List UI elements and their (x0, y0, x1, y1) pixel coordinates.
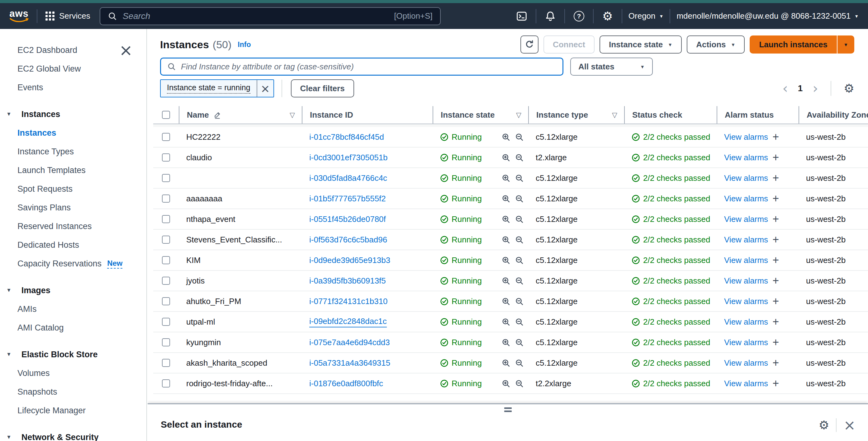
row-checkbox[interactable] (162, 154, 170, 162)
row-checkbox[interactable] (162, 236, 170, 244)
sidebar-item[interactable]: AMI Catalog (0, 318, 146, 337)
sidebar-item[interactable]: Instance Types (0, 142, 146, 161)
zoom-out-icon[interactable] (515, 174, 524, 183)
instance-id-link[interactable]: i-0771f324131c1b310 (309, 297, 388, 306)
sidebar-item[interactable]: Spot Requests (0, 179, 146, 198)
row-checkbox[interactable] (162, 133, 170, 141)
add-alarm-plus-icon[interactable]: + (772, 337, 779, 348)
sidebar-item[interactable]: AMIs (0, 300, 146, 318)
sidebar-section-header[interactable]: ▼ Network & Security (0, 428, 146, 441)
zoom-out-icon[interactable] (515, 256, 524, 265)
column-header-availability-zone[interactable]: Availability Zone (799, 106, 868, 124)
instance-id-link[interactable]: i-0551f45b26de0780f (309, 214, 386, 224)
zoom-in-icon[interactable] (501, 276, 510, 285)
zoom-in-icon[interactable] (501, 338, 510, 347)
instance-id-link[interactable]: i-0cd3001ef7305051b (309, 153, 388, 163)
instance-id-link[interactable]: i-01cc78bcf846cf45d (309, 132, 384, 142)
instance-id-link[interactable]: i-05a7331a4a3649315 (309, 358, 390, 368)
zoom-in-icon[interactable] (501, 153, 510, 162)
add-alarm-plus-icon[interactable]: + (772, 378, 779, 389)
sidebar-item[interactable]: Launch Templates (0, 161, 146, 179)
instance-id-link[interactable]: i-09ebfd2c2848dac1c (309, 316, 387, 328)
view-alarms-link[interactable]: View alarms (724, 194, 768, 204)
zoom-out-icon[interactable] (515, 235, 524, 244)
sidebar-item[interactable]: Volumes (0, 364, 146, 382)
instance-id-link[interactable]: i-01b5f777657b555f2 (309, 194, 386, 204)
zoom-out-icon[interactable] (515, 297, 524, 306)
zoom-out-icon[interactable] (515, 194, 524, 203)
zoom-in-icon[interactable] (501, 379, 510, 388)
row-checkbox[interactable] (162, 174, 170, 182)
services-menu-button[interactable]: Services (45, 11, 90, 21)
view-alarms-link[interactable]: View alarms (724, 256, 768, 265)
table-preferences-gear-icon[interactable]: ⚙ (844, 82, 854, 94)
instance-id-link[interactable]: i-0f563d76c6c5bad96 (309, 235, 387, 245)
edit-pencil-icon[interactable] (213, 111, 221, 119)
settings-gear-icon[interactable]: ⚙ (600, 10, 615, 22)
panel-drag-handle[interactable] (504, 407, 512, 412)
zoom-out-icon[interactable] (515, 379, 524, 388)
zoom-in-icon[interactable] (501, 194, 510, 203)
row-checkbox[interactable] (162, 338, 170, 346)
next-page-icon[interactable]: › (812, 81, 818, 95)
add-alarm-plus-icon[interactable]: + (772, 131, 779, 142)
column-filter-icon[interactable]: ▽ (612, 111, 617, 119)
refresh-button[interactable] (520, 35, 538, 54)
column-header-instance-type[interactable]: Instance type ▽ (528, 106, 624, 124)
zoom-in-icon[interactable] (501, 235, 510, 244)
panel-preferences-gear-icon[interactable]: ⚙ (818, 419, 829, 431)
add-alarm-plus-icon[interactable]: + (772, 296, 779, 307)
sidebar-item[interactable]: Lifecycle Manager (0, 401, 146, 420)
instance-id-link[interactable]: i-0a39d5fb3b60913f5 (309, 276, 386, 286)
aws-logo[interactable]: aws (9, 9, 29, 23)
view-alarms-link[interactable]: View alarms (724, 317, 768, 327)
new-badge[interactable]: New (107, 259, 122, 269)
connect-button[interactable]: Connect (544, 35, 594, 54)
add-alarm-plus-icon[interactable]: + (772, 234, 779, 245)
previous-page-icon[interactable]: ‹ (782, 81, 788, 95)
zoom-in-icon[interactable] (501, 215, 510, 224)
view-alarms-link[interactable]: View alarms (724, 276, 768, 286)
view-alarms-link[interactable]: View alarms (724, 358, 768, 368)
view-alarms-link[interactable]: View alarms (724, 235, 768, 245)
column-header-alarm-status[interactable]: Alarm status (717, 106, 799, 124)
zoom-in-icon[interactable] (501, 133, 510, 142)
view-alarms-link[interactable]: View alarms (724, 153, 768, 163)
zoom-out-icon[interactable] (515, 338, 524, 347)
column-header-name[interactable]: Name ▽ (179, 106, 302, 124)
row-checkbox[interactable] (162, 318, 170, 326)
panel-close-icon[interactable]: × (843, 418, 856, 432)
instance-id-link[interactable]: i-030d5fad8a4766c4c (309, 173, 387, 183)
clear-filters-button[interactable]: Clear filters (291, 79, 354, 97)
add-alarm-plus-icon[interactable]: + (772, 152, 779, 163)
instance-id-link[interactable]: i-075e7aa4e6d94cdd3 (309, 338, 390, 347)
launch-instances-caret-button[interactable]: ▼ (837, 35, 854, 54)
instance-state-dropdown-button[interactable]: Instance state ▼ (599, 35, 682, 54)
sidebar-item[interactable]: Events (0, 78, 146, 97)
add-alarm-plus-icon[interactable]: + (772, 316, 779, 328)
region-selector[interactable]: Oregon ▼ (628, 11, 664, 21)
zoom-out-icon[interactable] (515, 215, 524, 224)
sidebar-item[interactable]: Reserved Instances (0, 217, 146, 236)
row-checkbox[interactable] (162, 379, 170, 387)
zoom-in-icon[interactable] (501, 256, 510, 265)
state-filter-select[interactable]: All states ▼ (570, 58, 653, 76)
view-alarms-link[interactable]: View alarms (724, 214, 768, 224)
zoom-in-icon[interactable] (501, 174, 510, 183)
notifications-bell-icon[interactable] (542, 10, 558, 22)
zoom-in-icon[interactable] (501, 359, 510, 368)
zoom-out-icon[interactable] (515, 276, 524, 285)
instance-id-link[interactable]: i-0d9ede39d65e913b3 (309, 256, 390, 265)
sidebar-section-header[interactable]: ▼ Elastic Block Store (0, 345, 146, 364)
zoom-out-icon[interactable] (515, 359, 524, 368)
row-checkbox[interactable] (162, 277, 170, 285)
account-menu[interactable]: mdenolle/mdenolle@uw.edu @ 8068-1232-005… (677, 11, 859, 21)
launch-instances-button[interactable]: Launch instances (750, 35, 837, 54)
view-alarms-link[interactable]: View alarms (724, 132, 768, 142)
add-alarm-plus-icon[interactable]: + (772, 172, 779, 183)
view-alarms-link[interactable]: View alarms (724, 173, 768, 183)
column-filter-icon[interactable]: ▽ (290, 111, 295, 119)
zoom-out-icon[interactable] (515, 317, 524, 327)
help-icon[interactable]: ? (571, 11, 587, 22)
zoom-out-icon[interactable] (515, 133, 524, 142)
